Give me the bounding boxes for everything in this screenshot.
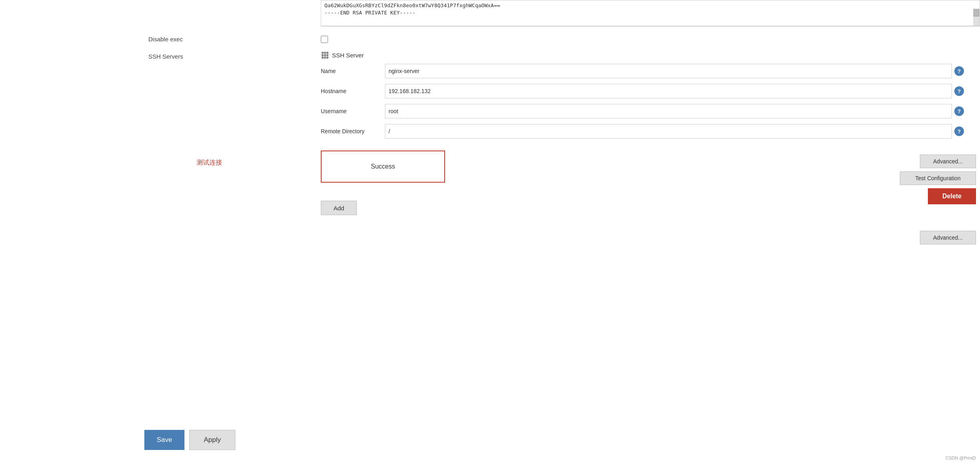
textarea-scrollbar[interactable]: [973, 8, 980, 26]
hostname-help-icon[interactable]: ?: [954, 86, 964, 96]
name-row: Name ?: [321, 64, 964, 78]
remote-directory-input[interactable]: [385, 124, 952, 138]
remote-directory-label: Remote Directory: [321, 128, 385, 134]
username-label: Username: [321, 108, 385, 114]
advanced-button-top[interactable]: Advanced...: [920, 155, 976, 168]
apply-button[interactable]: Apply: [189, 430, 235, 450]
grid-dot-5: [324, 54, 326, 56]
footer-text: CSDN @PrintD: [946, 456, 976, 460]
name-label: Name: [321, 68, 385, 74]
hostname-row: Hostname ?: [321, 84, 964, 98]
name-input[interactable]: [385, 64, 952, 78]
delete-button[interactable]: Delete: [928, 188, 976, 204]
username-row: Username ?: [321, 104, 964, 118]
username-help-icon[interactable]: ?: [954, 106, 964, 116]
grid-dot-7: [322, 57, 324, 59]
success-box: Success: [321, 151, 445, 183]
grid-dot-4: [322, 54, 324, 56]
rsa-line1: Qa62WukDGuXGsRBYzCl9dZFkn8eo0xtW7wY8Q341…: [324, 2, 500, 9]
bottom-buttons: Save Apply: [144, 430, 235, 450]
ssh-servers-label: SSH Servers: [148, 53, 183, 60]
grid-dot-9: [326, 57, 328, 59]
hostname-label: Hostname: [321, 88, 385, 94]
ssh-server-icon: [321, 51, 329, 59]
grid-icon: [322, 52, 328, 59]
page-wrapper: Qa62WukDGuXGsRBYzCl9dZFkn8eo0xtW7wY8Q341…: [0, 0, 980, 462]
save-button[interactable]: Save: [144, 430, 184, 450]
ssh-server-title: SSH Server: [332, 52, 364, 59]
test-connection-label: 测试连接: [196, 159, 222, 167]
username-input[interactable]: [385, 104, 952, 118]
disable-exec-label: Disable exec: [148, 36, 183, 43]
hostname-input[interactable]: [385, 84, 952, 98]
grid-dot-6: [326, 54, 328, 56]
rsa-key-textarea[interactable]: Qa62WukDGuXGsRBYzCl9dZFkn8eo0xtW7wY8Q341…: [321, 0, 980, 26]
advanced-bottom-container: Advanced...: [920, 231, 976, 244]
grid-dot-1: [322, 52, 324, 54]
disable-exec-checkbox[interactable]: [321, 36, 328, 43]
remote-directory-help-icon[interactable]: ?: [954, 126, 964, 136]
add-button-row: Add: [321, 201, 357, 215]
advanced-button-bottom[interactable]: Advanced...: [920, 231, 976, 244]
grid-dot-3: [326, 52, 328, 54]
add-button[interactable]: Add: [321, 201, 357, 215]
right-buttons-group: Advanced... Test Configuration Delete: [900, 155, 980, 204]
ssh-server-section: SSH Server Name ? Hostname ? Username ?: [321, 51, 964, 144]
grid-dot-8: [324, 57, 326, 59]
main-content: Disable exec SSH Servers: [0, 26, 980, 462]
grid-dot-2: [324, 52, 326, 54]
ssh-server-header: SSH Server: [321, 51, 964, 59]
scrollbar-thumb: [974, 9, 979, 16]
success-text: Success: [371, 163, 395, 170]
name-help-icon[interactable]: ?: [954, 66, 964, 76]
rsa-line2: -----END RSA PRIVATE KEY-----: [324, 9, 500, 16]
remote-directory-row: Remote Directory ?: [321, 124, 964, 138]
rsa-key-content: Qa62WukDGuXGsRBYzCl9dZFkn8eo0xtW7wY8Q341…: [324, 2, 500, 16]
test-configuration-button[interactable]: Test Configuration: [900, 171, 976, 185]
